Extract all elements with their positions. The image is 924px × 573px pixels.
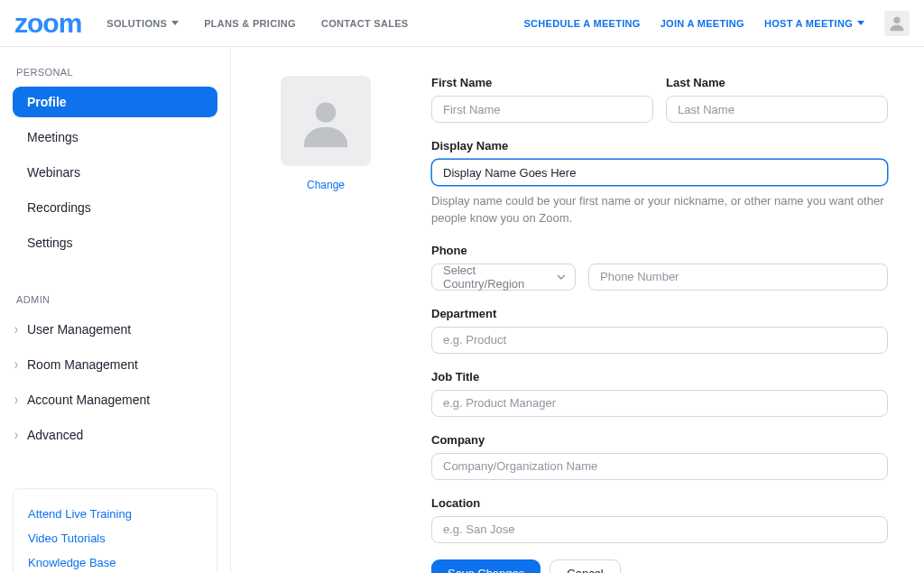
nav-solutions-label: SOLUTIONS	[106, 18, 167, 29]
sidebar-item-room-management[interactable]: › Room Management	[13, 349, 217, 380]
sidebar-item-account-management[interactable]: › Account Management	[13, 384, 217, 415]
phone-number-input[interactable]	[588, 263, 888, 291]
top-header: zoom SOLUTIONS PLANS & PRICING CONTACT S…	[0, 0, 924, 47]
main-nav: SOLUTIONS PLANS & PRICING CONTACT SALES	[106, 18, 408, 29]
sidebar-item-settings[interactable]: Settings	[13, 227, 217, 258]
cancel-button[interactable]: Cancel	[550, 559, 620, 573]
svg-point-1	[316, 102, 336, 122]
help-live-training[interactable]: Attend Live Training	[28, 502, 202, 526]
avatar-column: Change	[276, 76, 375, 573]
user-avatar-menu[interactable]	[884, 11, 910, 36]
sidebar-item-label: User Management	[27, 322, 131, 337]
phone-country-selected: Select Country/Region	[443, 263, 557, 291]
svg-point-0	[893, 16, 900, 23]
zoom-logo[interactable]: zoom	[14, 8, 81, 39]
sidebar-admin-title: ADMIN	[16, 294, 217, 305]
last-name-label: Last Name	[666, 76, 888, 89]
sidebar-item-advanced[interactable]: › Advanced	[13, 420, 217, 450]
phone-label: Phone	[431, 244, 888, 257]
chevron-down-icon	[557, 273, 566, 282]
jobtitle-input[interactable]	[431, 390, 888, 417]
nav-schedule-meeting[interactable]: SCHEDULE A MEETING	[523, 18, 640, 29]
display-name-input[interactable]	[431, 159, 888, 186]
caret-down-icon	[171, 21, 179, 25]
sidebar-item-label: Advanced	[27, 428, 83, 442]
sidebar-item-profile[interactable]: Profile	[13, 87, 217, 117]
sidebar-item-meetings[interactable]: Meetings	[13, 122, 217, 152]
help-box: Attend Live Training Video Tutorials Kno…	[13, 488, 217, 573]
form-actions: Save Changes Cancel	[431, 559, 888, 573]
nav-plans[interactable]: PLANS & PRICING	[204, 18, 296, 29]
sidebar-item-user-management[interactable]: › User Management	[13, 314, 217, 345]
company-input[interactable]	[431, 453, 888, 480]
last-name-input[interactable]	[666, 96, 888, 123]
nav-contact[interactable]: CONTACT SALES	[321, 18, 409, 29]
caret-down-icon	[857, 21, 864, 25]
sidebar: PERSONAL Profile Meetings Webinars Recor…	[0, 47, 231, 573]
department-label: Department	[431, 307, 888, 320]
sidebar-item-label: Account Management	[27, 393, 150, 407]
location-input[interactable]	[431, 516, 888, 543]
nav-host-label: HOST A MEETING	[764, 18, 853, 29]
page-body: PERSONAL Profile Meetings Webinars Recor…	[0, 47, 924, 573]
department-input[interactable]	[431, 327, 888, 354]
chevron-right-icon: ›	[14, 392, 18, 408]
header-left: zoom SOLUTIONS PLANS & PRICING CONTACT S…	[14, 8, 408, 39]
company-label: Company	[431, 433, 888, 447]
display-name-help: Display name could be your first name or…	[431, 193, 888, 227]
location-label: Location	[431, 496, 888, 510]
nav-solutions[interactable]: SOLUTIONS	[106, 18, 179, 29]
nav-join-meeting[interactable]: JOIN A MEETING	[661, 18, 744, 29]
header-right: SCHEDULE A MEETING JOIN A MEETING HOST A…	[523, 11, 910, 36]
avatar-change-link[interactable]: Change	[276, 179, 375, 191]
person-icon	[297, 92, 355, 150]
display-name-label: Display Name	[431, 139, 888, 152]
nav-host-meeting[interactable]: HOST A MEETING	[764, 18, 864, 29]
first-name-input[interactable]	[431, 96, 653, 123]
sidebar-personal-title: PERSONAL	[16, 67, 217, 78]
sidebar-item-recordings[interactable]: Recordings	[13, 192, 217, 223]
main-content: Change First Name Last Name Display Name…	[231, 47, 924, 573]
save-button[interactable]: Save Changes	[431, 559, 541, 573]
help-knowledge-base[interactable]: Knowledge Base	[28, 550, 202, 573]
sidebar-item-webinars[interactable]: Webinars	[13, 157, 217, 188]
chevron-right-icon: ›	[14, 356, 18, 373]
profile-form: First Name Last Name Display Name Displa…	[431, 76, 888, 573]
jobtitle-label: Job Title	[431, 370, 888, 384]
help-video-tutorials[interactable]: Video Tutorials	[28, 526, 202, 550]
chevron-right-icon: ›	[14, 427, 18, 443]
person-icon	[887, 14, 907, 33]
first-name-label: First Name	[431, 76, 653, 89]
phone-country-select[interactable]: Select Country/Region	[431, 263, 576, 291]
sidebar-admin-section: ADMIN › User Management › Room Managemen…	[13, 294, 217, 450]
chevron-right-icon: ›	[14, 321, 18, 337]
profile-avatar[interactable]	[281, 76, 371, 166]
sidebar-item-label: Room Management	[27, 357, 138, 372]
